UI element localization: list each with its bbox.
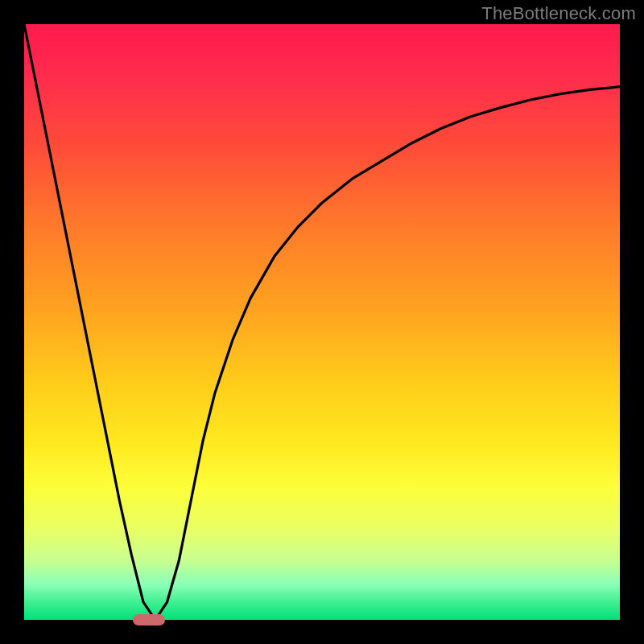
plot-area <box>24 24 620 620</box>
optimum-marker <box>133 614 165 625</box>
chart-frame: TheBottleneck.com <box>0 0 644 644</box>
curve-path <box>24 24 620 620</box>
bottleneck-curve <box>24 24 620 620</box>
attribution-text: TheBottleneck.com <box>481 3 636 24</box>
